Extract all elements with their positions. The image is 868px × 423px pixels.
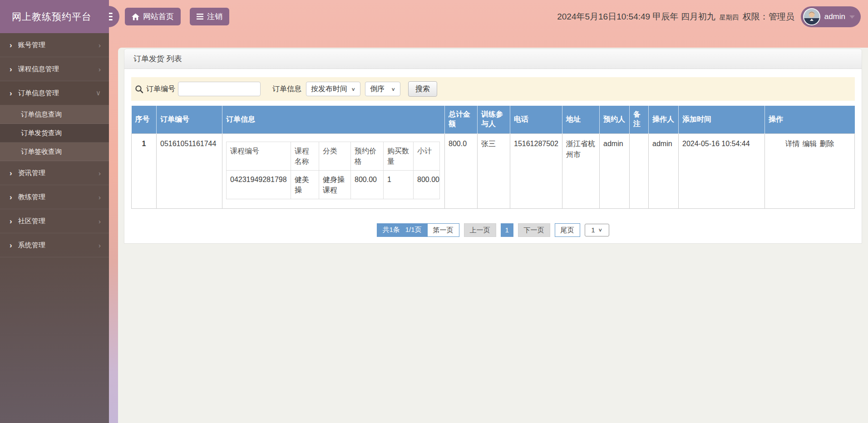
item-col-qty: 购买数量 (384, 142, 414, 170)
table-row: 1 05161051161744 课程编号 课程名称 分类 (132, 133, 855, 208)
cell-operator: admin (649, 133, 679, 208)
weekday-text: 星期四 (720, 14, 739, 22)
order-items-table: 课程编号 课程名称 分类 预约价格 购买数量 小计 04231949281798… (226, 142, 440, 200)
item-category: 健身操课程 (319, 170, 351, 199)
panel-header: 订单发货 列表 (124, 49, 862, 69)
pagination-summary-group: 共1条 1/1页 第一页 (377, 223, 459, 237)
logout-button-label: 注销 (207, 11, 222, 22)
chevron-right-icon: › (10, 241, 12, 249)
cell-total: 800.0 (445, 133, 478, 208)
order-info-label: 订单信息 (272, 84, 301, 94)
order-no-input[interactable] (178, 82, 261, 96)
sidebar-item-label: 订单信息管理 (18, 89, 59, 98)
first-page-button[interactable]: 第一页 (427, 223, 459, 237)
sidebar-item-label: 系统管理 (18, 241, 45, 250)
sidebar-item-label: 教练管理 (18, 193, 45, 202)
col-total: 总计金额 (445, 106, 478, 133)
sidebar: › 账号管理 › › 课程信息管理 › › 订单信息管理 ∨ 订单信息查询 订单… (0, 33, 109, 423)
datetime-text: 2024年5月16日10:54:49 甲辰年 四月初九 星期四 权限：管理员 (557, 11, 794, 23)
col-phone: 电话 (510, 106, 562, 133)
cell-participant: 张三 (478, 133, 510, 208)
sidebar-item-order-delivery-query[interactable]: 订单发货查询 (0, 124, 109, 143)
top-header: 网上教练预约平台 网站首页 注销 2024年5月16日10:54:49 甲辰年 … (0, 0, 868, 33)
search-icon (135, 85, 143, 93)
item-col-course-no: 课程编号 (227, 142, 291, 170)
logout-button[interactable]: 注销 (190, 8, 229, 25)
cell-actions: 详情编辑删除 (765, 133, 855, 208)
sidebar-item-label: 账号管理 (18, 41, 45, 49)
detail-link[interactable]: 详情 (785, 140, 800, 148)
chevron-right-icon: › (99, 41, 101, 49)
item-col-category: 分类 (319, 142, 351, 170)
cell-order-info: 课程编号 课程名称 分类 预约价格 购买数量 小计 04231949281798… (222, 133, 445, 208)
chevron-right-icon: › (99, 65, 101, 73)
header-right: 2024年5月16日10:54:49 甲辰年 四月初九 星期四 权限：管理员 a… (557, 0, 861, 33)
col-actions: 操作 (765, 106, 855, 133)
last-page-button[interactable]: 尾页 (555, 223, 580, 237)
page-count-label: 1/1页 (405, 226, 422, 234)
search-bar: 订单编号 订单信息 按发布时间 ∨ 倒序 ∨ 搜索 (131, 77, 855, 101)
page-number-select[interactable]: 1 ∨ (585, 224, 609, 236)
content-area: 订单发货 列表 订单编号 订单信息 按发布时间 ∨ 倒序 ∨ (118, 48, 868, 423)
user-menu[interactable]: admin (801, 6, 861, 27)
chevron-down-icon (849, 15, 855, 21)
search-button[interactable]: 搜索 (408, 81, 437, 97)
sidebar-item-order-info-query[interactable]: 订单信息查询 (0, 105, 109, 124)
item-col-course-name: 课程名称 (291, 142, 319, 170)
sidebar-item-coach-mgmt[interactable]: › 教练管理 › (0, 185, 109, 209)
chevron-down-icon: ∨ (391, 86, 395, 92)
sidebar-item-system-mgmt[interactable]: › 系统管理 › (0, 233, 109, 257)
next-page-button[interactable]: 下一页 (518, 223, 550, 237)
role-text: 权限：管理员 (743, 11, 794, 23)
order-items-header-row: 课程编号 课程名称 分类 预约价格 购买数量 小计 (227, 142, 440, 170)
item-subtotal: 800.00 (414, 170, 440, 199)
sidebar-item-label: 社区管理 (18, 217, 45, 226)
chevron-down-icon: ∨ (598, 227, 603, 233)
sidebar-item-order-receipt-query[interactable]: 订单签收查询 (0, 143, 109, 161)
col-address: 地址 (562, 106, 600, 133)
col-remark: 备注 (630, 106, 649, 133)
username-label: admin (824, 12, 845, 21)
header-nav: 网站首页 注销 (125, 8, 229, 25)
panel-body: 订单编号 订单信息 按发布时间 ∨ 倒序 ∨ 搜索 (124, 69, 862, 237)
sort-field-select[interactable]: 按发布时间 ∨ (306, 82, 360, 96)
home-button[interactable]: 网站首页 (125, 8, 181, 25)
chevron-right-icon: › (10, 169, 12, 177)
col-index: 序号 (132, 106, 157, 133)
sort-dir-select[interactable]: 倒序 ∨ (365, 82, 400, 96)
cell-index: 1 (132, 133, 157, 208)
edit-link[interactable]: 编辑 (803, 140, 817, 148)
item-qty: 1 (384, 170, 414, 199)
sidebar-item-news-mgmt[interactable]: › 资讯管理 › (0, 161, 109, 185)
pagination-summary: 共1条 1/1页 (377, 223, 427, 237)
sidebar-item-account-mgmt[interactable]: › 账号管理 › (0, 33, 109, 57)
item-col-price: 预约价格 (351, 142, 384, 170)
total-count-label: 共1条 (382, 226, 399, 234)
delete-link[interactable]: 删除 (820, 140, 834, 148)
item-course-name: 健美操 (291, 170, 319, 199)
home-icon (132, 13, 139, 20)
list-icon (197, 14, 203, 20)
sort-dir-value: 倒序 (370, 84, 385, 94)
chevron-right-icon: › (10, 193, 12, 201)
orders-table: 序号 订单编号 订单信息 总计金额 训练参与人 电话 地址 预约人 备注 操作人… (131, 106, 855, 209)
table-header-row: 序号 订单编号 订单信息 总计金额 训练参与人 电话 地址 预约人 备注 操作人… (132, 106, 855, 133)
sort-field-value: 按发布时间 (311, 84, 347, 94)
sidebar-item-community-mgmt[interactable]: › 社区管理 › (0, 209, 109, 233)
page-title: 订单发货 列表 (133, 54, 182, 64)
current-page-button[interactable]: 1 (501, 223, 513, 237)
chevron-right-icon: › (99, 169, 101, 177)
cell-booker: admin (600, 133, 630, 208)
sidebar-item-label: 资讯管理 (18, 169, 45, 177)
app-title: 网上教练预约平台 (12, 10, 92, 23)
col-added-time: 添加时间 (679, 106, 765, 133)
sidebar-item-course-info-mgmt[interactable]: › 课程信息管理 › (0, 57, 109, 81)
sidebar-item-order-info-mgmt[interactable]: › 订单信息管理 ∨ (0, 81, 109, 105)
item-course-no: 04231949281798 (227, 170, 291, 199)
prev-page-button[interactable]: 上一页 (464, 223, 496, 237)
brand-block: 网上教练预约平台 (0, 0, 109, 33)
item-col-subtotal: 小计 (414, 142, 440, 170)
home-button-label: 网站首页 (143, 11, 174, 22)
chevron-down-icon: ∨ (96, 89, 101, 97)
cell-added-time: 2024-05-16 10:54:44 (679, 133, 765, 208)
